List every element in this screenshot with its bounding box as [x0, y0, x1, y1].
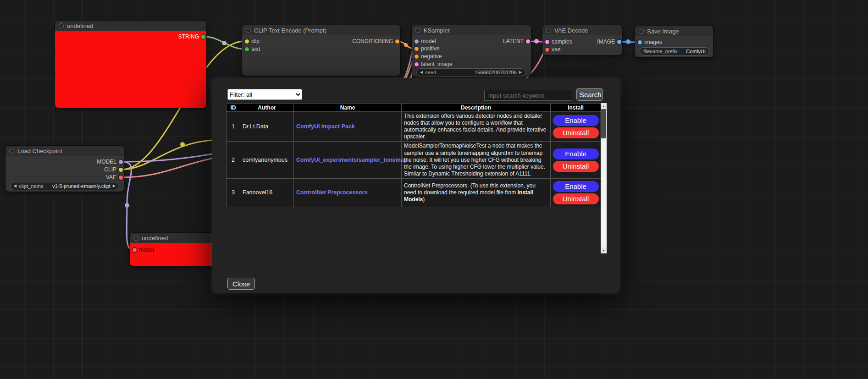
image-output-socket-icon[interactable]	[617, 40, 621, 44]
node-undefined-bottom[interactable]: undefined model	[130, 233, 221, 266]
collapse-dot-icon[interactable]	[546, 28, 551, 33]
port-label: text	[251, 46, 260, 52]
input-port-model: model	[415, 38, 436, 44]
enable-button[interactable]: Enable	[553, 181, 599, 192]
latent-output-socket-icon[interactable]	[526, 39, 530, 44]
input-port-negative: negative	[415, 53, 442, 60]
filter-select[interactable]: Filter: all	[227, 89, 302, 100]
node-header[interactable]: Load Checkpoint	[6, 146, 124, 156]
collapse-dot-icon[interactable]	[59, 23, 64, 28]
node-header[interactable]: undefined	[55, 21, 206, 31]
node-vae-decode[interactable]: VAE Decode samples vae IMAGE	[542, 25, 622, 55]
ext-author: Dr.Lt.Data	[240, 112, 294, 142]
ckpt-name-widget[interactable]: ◀ ckpt_name v1-5-pruned-emaonly.ckpt ▶	[10, 182, 119, 190]
collapse-dot-icon[interactable]	[9, 148, 14, 154]
uninstall-button[interactable]: Uninstall	[553, 127, 599, 138]
string-output-socket-icon[interactable]	[201, 35, 205, 39]
table-scrollbar[interactable]: ▲ ▼	[601, 103, 607, 253]
ext-name-link[interactable]: ComfyUI Impact Pack	[296, 123, 355, 130]
port-label: model	[139, 247, 154, 253]
header-author: Author	[240, 104, 294, 112]
input-port-clip: clip	[245, 38, 260, 44]
scrollbar-thumb[interactable]	[601, 109, 606, 138]
samples-input-socket-icon[interactable]	[545, 40, 549, 44]
filename-prefix-label: filename_prefix	[643, 49, 678, 54]
node-header[interactable]: KSampler	[412, 25, 531, 35]
collapse-dot-icon[interactable]	[246, 28, 251, 33]
input-port-positive: positive	[415, 45, 440, 52]
uninstall-button[interactable]: Uninstall	[553, 193, 599, 204]
output-port-model: MODEL	[97, 159, 123, 165]
node-load-checkpoint[interactable]: Load Checkpoint MODEL CLIP VAE ◀ ckpt_na…	[6, 146, 124, 192]
port-label: clip	[251, 38, 260, 44]
images-input-socket-icon[interactable]	[638, 40, 642, 44]
node-title: CLIP Text Encode (Prompt)	[254, 27, 326, 34]
seed-widget[interactable]: ◀ seed 156680208700286 ▶	[416, 68, 525, 77]
port-label: STRING	[178, 33, 199, 40]
ext-description: ModelSamplerTonemapNoiseTest a node that…	[402, 142, 551, 179]
ckpt-name-value: v1-5-pruned-emaonly.ckpt	[52, 183, 111, 189]
node-header[interactable]: VAE Decode	[542, 25, 622, 35]
search-input[interactable]	[484, 90, 572, 101]
ext-id: 3	[227, 178, 240, 207]
text-input-socket-icon[interactable]	[245, 47, 249, 51]
port-label: MODEL	[97, 159, 116, 165]
close-button[interactable]: Close	[227, 278, 255, 290]
clip-input-socket-icon[interactable]	[245, 39, 249, 44]
collapse-dot-icon[interactable]	[639, 29, 644, 34]
enable-button[interactable]: Enable	[553, 148, 599, 159]
filename-prefix-value: ComfyUI	[686, 49, 706, 54]
input-port-text: text	[245, 46, 260, 52]
node-title: KSampler	[424, 27, 450, 34]
desc-text: ControlNet Preprocessors. (To use this e…	[404, 182, 536, 196]
model-input-socket-icon[interactable]	[415, 39, 419, 44]
decrement-arrow-icon[interactable]: ◀	[420, 71, 423, 74]
negative-input-socket-icon[interactable]	[415, 55, 419, 59]
ext-install-cell: Enable Uninstall	[551, 178, 601, 207]
node-title: undefined	[142, 235, 168, 242]
increment-arrow-icon[interactable]: ▶	[519, 71, 522, 74]
node-header[interactable]: CLIP Text Encode (Prompt)	[242, 25, 400, 35]
uninstall-button[interactable]: Uninstall	[553, 161, 599, 172]
vae-output-socket-icon[interactable]	[119, 176, 123, 180]
port-label: CLIP	[104, 166, 116, 173]
search-button[interactable]: Search	[576, 88, 603, 101]
port-label: positive	[421, 45, 440, 52]
next-arrow-icon[interactable]: ▶	[113, 184, 116, 188]
node-header[interactable]: Save Image	[635, 26, 713, 36]
conditioning-output-socket-icon[interactable]	[395, 39, 399, 44]
positive-input-socket-icon[interactable]	[415, 47, 419, 51]
ext-id: 2	[227, 142, 240, 179]
collapse-dot-icon[interactable]	[415, 28, 420, 33]
extension-table: ID Author Name Description Install 1 Dr.…	[226, 103, 601, 207]
port-label: CONDITIONING	[352, 38, 393, 44]
ext-name-link[interactable]: ComfyUI_experiments/sampler_tonemap	[296, 157, 407, 163]
enable-button[interactable]: Enable	[553, 115, 599, 126]
ext-name-link[interactable]: ControlNet Preprocessors	[296, 189, 368, 196]
scroll-down-icon[interactable]: ▼	[601, 247, 607, 253]
scroll-up-icon[interactable]: ▲	[601, 103, 607, 109]
desc-text: This extension offers various detector n…	[404, 113, 546, 140]
port-label: negative	[421, 53, 442, 60]
node-undefined-top[interactable]: undefined STRING	[55, 21, 206, 108]
table-header-row: ID Author Name Description Install	[227, 104, 601, 112]
prev-arrow-icon[interactable]: ◀	[14, 184, 17, 188]
output-port-clip: CLIP	[104, 166, 123, 173]
node-ksampler[interactable]: KSampler model positive negative latent_…	[412, 25, 531, 77]
port-label: VAE	[106, 174, 116, 181]
port-label: IMAGE	[597, 38, 615, 45]
clip-output-socket-icon[interactable]	[119, 168, 123, 172]
model-output-socket-icon[interactable]	[119, 160, 123, 164]
desc-text: ModelSamplerTonemapNoiseTest a node that…	[404, 143, 545, 176]
node-header[interactable]: undefined	[130, 233, 221, 243]
filename-prefix-widget[interactable]: filename_prefix ComfyUI	[640, 47, 709, 55]
model-input-socket-icon[interactable]	[133, 248, 137, 252]
node-clip-text-encode[interactable]: CLIP Text Encode (Prompt) clip text COND…	[242, 25, 400, 76]
vae-input-socket-icon[interactable]	[545, 48, 549, 52]
collapse-dot-icon[interactable]	[133, 236, 138, 241]
header-id: ID	[227, 104, 240, 112]
node-save-image[interactable]: Save Image images filename_prefix ComfyU…	[635, 26, 713, 57]
latent-input-socket-icon[interactable]	[415, 62, 419, 66]
seed-widget-value: 156680208700286	[475, 70, 517, 75]
ext-description: This extension offers various detector n…	[402, 112, 551, 142]
